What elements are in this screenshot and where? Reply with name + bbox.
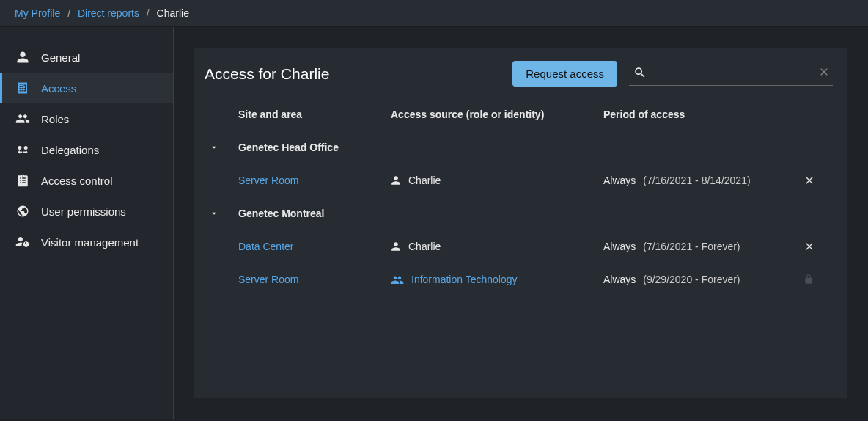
chevron-down-icon	[206, 208, 238, 219]
page-title: Access for Charlie	[205, 65, 329, 83]
panel-header: Access for Charlie Request access	[194, 48, 847, 100]
person-clock-icon	[15, 235, 31, 249]
sidebar-item-access[interactable]: Access	[0, 73, 173, 103]
period-range: (7/16/2021 - 8/14/2021)	[643, 175, 750, 186]
site-link[interactable]: Server Room	[238, 274, 298, 285]
source-role-link[interactable]: Information Technology	[411, 274, 518, 285]
lock-icon	[803, 274, 833, 285]
table-row: Data Center Charlie Always (7/16/2021 - …	[194, 230, 847, 263]
period-mode: Always	[603, 274, 636, 285]
group-row[interactable]: Genetec Head Office	[194, 131, 847, 164]
table-header-row: Site and area Access source (role or ide…	[194, 100, 847, 131]
sidebar-item-general[interactable]: General	[0, 42, 173, 73]
exchange-icon	[15, 143, 31, 156]
site-link[interactable]: Data Center	[238, 241, 293, 252]
delete-icon[interactable]	[803, 241, 833, 252]
sidebar: General Access Roles Delegations Access	[0, 27, 174, 419]
users-icon	[391, 274, 404, 285]
period-mode: Always	[603, 241, 636, 252]
sidebar-item-label: Visitor management	[41, 236, 139, 249]
sidebar-item-access-control[interactable]: Access control	[0, 165, 173, 196]
sidebar-item-roles[interactable]: Roles	[0, 103, 173, 134]
sidebar-item-delegations[interactable]: Delegations	[0, 134, 173, 165]
breadcrumb-current: Charlie	[157, 7, 189, 19]
source-label: Charlie	[408, 241, 441, 252]
breadcrumb-link-my-profile[interactable]: My Profile	[15, 7, 60, 19]
sidebar-item-label: User permissions	[41, 205, 126, 218]
building-icon	[15, 81, 31, 95]
person-icon	[15, 51, 31, 64]
clipboard-icon	[15, 174, 31, 187]
request-access-button[interactable]: Request access	[512, 61, 617, 87]
sidebar-item-label: General	[41, 51, 80, 64]
main-content: Access for Charlie Request access Site a…	[174, 27, 868, 419]
globe-icon	[15, 205, 31, 218]
breadcrumb-separator: /	[67, 7, 70, 19]
breadcrumb-link-direct-reports[interactable]: Direct reports	[78, 7, 139, 19]
chevron-down-icon	[206, 142, 238, 153]
sidebar-item-label: Access	[41, 82, 76, 95]
sidebar-item-label: Roles	[41, 113, 69, 125]
group-name: Genetec Montreal	[238, 208, 324, 219]
group-name: Genetec Head Office	[238, 142, 339, 153]
column-header-source: Access source (role or identity)	[391, 109, 603, 120]
column-header-site: Site and area	[238, 109, 391, 120]
access-panel: Access for Charlie Request access Site a…	[194, 48, 847, 398]
column-header-period: Period of access	[603, 109, 803, 120]
breadcrumb-separator: /	[147, 7, 150, 19]
sidebar-item-user-permissions[interactable]: User permissions	[0, 196, 173, 227]
sidebar-item-label: Delegations	[41, 144, 99, 156]
sidebar-item-label: Access control	[41, 175, 113, 187]
site-link[interactable]: Server Room	[238, 175, 298, 186]
person-icon	[391, 241, 401, 252]
period-mode: Always	[603, 175, 636, 186]
search-icon	[633, 66, 647, 79]
users-icon	[15, 112, 31, 125]
search-input[interactable]	[629, 62, 833, 86]
period-range: (7/16/2021 - Forever)	[643, 241, 740, 252]
delete-icon[interactable]	[803, 175, 833, 186]
group-row[interactable]: Genetec Montreal	[194, 197, 847, 230]
table-row: Server Room Information Technology Alway…	[194, 263, 847, 296]
clear-search-icon[interactable]	[818, 66, 830, 78]
breadcrumb: My Profile / Direct reports / Charlie	[0, 0, 868, 27]
search-field	[629, 62, 833, 86]
period-range: (9/29/2020 - Forever)	[643, 274, 740, 285]
table-row: Server Room Charlie Always (7/16/2021 - …	[194, 164, 847, 197]
person-icon	[391, 175, 401, 186]
source-label: Charlie	[408, 175, 441, 186]
sidebar-item-visitor-management[interactable]: Visitor management	[0, 227, 173, 257]
